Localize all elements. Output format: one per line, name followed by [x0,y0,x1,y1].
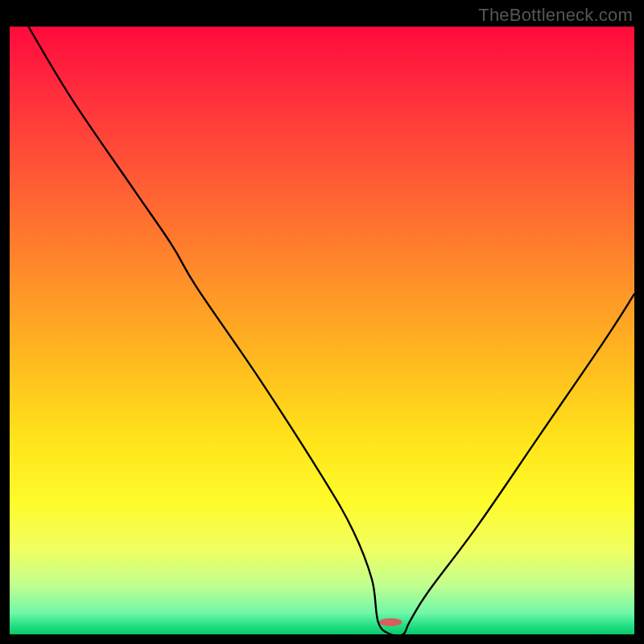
notch-marker [379,618,402,626]
bottleneck-chart: TheBottleneck.com [0,0,644,644]
watermark-text: TheBottleneck.com [478,5,633,26]
chart-svg [0,0,644,644]
chart-plot-bg [10,27,634,634]
